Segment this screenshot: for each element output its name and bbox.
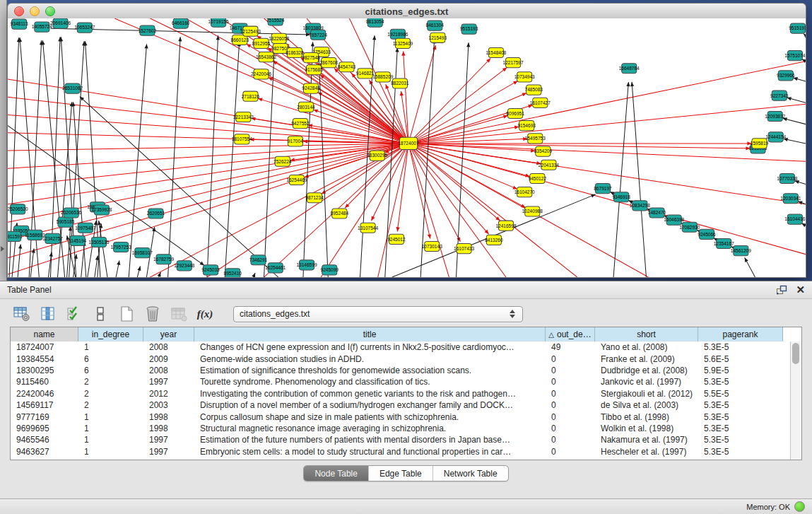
minimize-window-icon[interactable] xyxy=(30,6,40,16)
graph-node-label: 25206520 xyxy=(8,206,28,211)
graph-node-label: 9346918 xyxy=(612,194,630,199)
table-cell: 19384554 xyxy=(11,354,78,364)
column-header-year[interactable]: year xyxy=(143,327,194,341)
select-all-icon[interactable] xyxy=(65,305,83,322)
graph-node-label: 2718126 xyxy=(242,94,260,99)
column-header-title[interactable]: title xyxy=(194,327,546,341)
close-panel-icon[interactable]: ✕ xyxy=(796,285,805,295)
graph-node-label: 17359928 xyxy=(91,207,112,212)
table-cell: 1 xyxy=(78,435,143,445)
column-header-out_de[interactable]: △out_de… xyxy=(546,327,595,341)
table-cell: 2003 xyxy=(143,400,194,410)
float-window-icon[interactable] xyxy=(776,285,787,295)
graph-node-label: 22420046 xyxy=(251,71,271,76)
table-row[interactable]: 911546021997Tourette syndrome. Phenomeno… xyxy=(11,376,791,387)
graph-node-label: 9175685 xyxy=(305,67,323,72)
graph-node-label: 10653247 xyxy=(74,25,95,30)
table-cell: Tourette syndrome. Phenomenology and cla… xyxy=(194,377,546,387)
graph-node-label: 9515191 xyxy=(789,25,806,30)
collapsed-side-panel[interactable] xyxy=(0,0,7,281)
table-cell: 1 xyxy=(78,424,143,433)
show-columns-icon[interactable] xyxy=(39,305,57,322)
table-row[interactable]: 2242004622012Investigating the contribut… xyxy=(11,388,791,399)
table-row[interactable]: 946362711997Embryonic stem cells: a mode… xyxy=(11,446,791,457)
table-cell: Structural magnetic resonance image aver… xyxy=(194,424,546,433)
rows-icon[interactable] xyxy=(91,305,110,322)
table-selector-dropdown[interactable]: citations_edges.txt xyxy=(233,306,523,322)
table-row[interactable]: 1456911722003Disruption of a novel membe… xyxy=(11,399,791,411)
table-cell: 1997 xyxy=(143,447,194,457)
vertical-scrollbar[interactable] xyxy=(790,341,801,460)
table-row[interactable]: 1830029562008Estimation of significance … xyxy=(11,365,791,376)
table-row[interactable]: 1872400712008Changes of HCN gene express… xyxy=(11,341,791,353)
graph-node-label: 20206536 xyxy=(61,210,81,215)
table-cell: 0 xyxy=(546,389,595,399)
table-row[interactable]: 977716911998Corpus callosum shape and si… xyxy=(11,411,791,422)
table-cell: Yano et al. (2008) xyxy=(595,342,698,352)
table-cell: 1 xyxy=(78,342,143,352)
graph-node-label: 9329966 xyxy=(777,73,795,78)
graph-node-label: 9871234 xyxy=(305,195,324,200)
table-selector-value: citations_edges.txt xyxy=(240,309,510,319)
graph-node-label: 9450122 xyxy=(529,176,547,181)
close-window-icon[interactable] xyxy=(14,6,24,16)
graph-node-label: 10734943 xyxy=(514,74,535,79)
table-settings-icon[interactable] xyxy=(13,305,31,322)
table-cell: 9465546 xyxy=(11,435,78,445)
network-canvas[interactable]: 9348113140557242069140610653247152760264… xyxy=(8,18,806,277)
graph-node-label: 8454743 xyxy=(338,64,356,69)
table-cell: 5.5E-5 xyxy=(698,389,783,399)
table-cell: 5.3E-5 xyxy=(698,412,783,422)
table-cell: 5.3E-5 xyxy=(698,447,783,457)
table-cell: 1998 xyxy=(143,412,194,422)
create-column-icon[interactable] xyxy=(117,305,136,322)
graph-node-label: 16782759 xyxy=(153,257,174,262)
tab-network-table[interactable]: Network Table xyxy=(433,466,508,481)
function-builder-icon[interactable]: f(x) xyxy=(196,305,214,322)
graph-node-label: 16046398 xyxy=(664,217,684,222)
zoom-window-icon[interactable] xyxy=(45,6,55,16)
panel-expand-arrow-icon[interactable] xyxy=(1,246,4,252)
table-cell: Estimation of significance thresholds fo… xyxy=(194,366,546,375)
graph-node-label: 10834298 xyxy=(630,203,650,208)
table-cell: 2 xyxy=(78,400,143,410)
table-row[interactable]: 946554611997Estimation of the future num… xyxy=(11,434,791,445)
table-cell: 22420046 xyxy=(11,389,78,399)
graph-node-label: 12923448 xyxy=(174,263,194,268)
table-cell: 9777169 xyxy=(11,412,78,422)
graph-node-label: 7485083 xyxy=(525,87,543,92)
delete-column-icon[interactable] xyxy=(143,305,162,322)
column-header-short[interactable]: short xyxy=(595,327,698,341)
graph-node-label: 14055724 xyxy=(32,24,52,29)
graph-node-label: 8427552 xyxy=(291,121,310,126)
table-cell: 0 xyxy=(546,447,595,457)
graph-node-label: 1145194 xyxy=(69,238,86,243)
tab-edge-table[interactable]: Edge Table xyxy=(368,466,433,481)
table-cell: 5.6E-5 xyxy=(698,354,783,364)
memory-ok-indicator-icon[interactable] xyxy=(794,501,805,512)
table-cell: 2008 xyxy=(143,366,194,375)
table-cell: 6 xyxy=(78,354,143,364)
table-cell: 1997 xyxy=(143,377,194,387)
graph-node-label: 1527602 xyxy=(139,28,157,33)
graph-node-label: 16104270 xyxy=(514,189,535,194)
network-canvas-container: 9348113140557242069140610653247152760264… xyxy=(7,18,806,278)
table-row[interactable]: 969969511998Structural magnetic resonanc… xyxy=(11,423,791,434)
graph-node-label: 2803144 xyxy=(297,105,315,110)
scrollbar-thumb[interactable] xyxy=(792,343,799,364)
graph-node-label: 16107427 xyxy=(530,100,551,105)
tab-node-table[interactable]: Node Table xyxy=(304,466,368,481)
graph-node-label: 10975487 xyxy=(75,226,95,230)
table-cell: 9463627 xyxy=(11,447,78,457)
graph-node-label: 8822031 xyxy=(391,81,409,86)
column-header-name[interactable]: name xyxy=(11,327,78,341)
graph-node-label: 15495753 xyxy=(525,136,546,141)
window-titlebar[interactable]: citations_edges.txt xyxy=(7,3,806,20)
column-header-pagerank[interactable]: pagerank xyxy=(698,327,783,341)
table-header-row: namein_degreeyeartitle△out_de…shortpager… xyxy=(11,327,801,342)
table-row[interactable]: 1938455462009Genome-wide association stu… xyxy=(11,353,791,364)
graph-node-label: 16648784 xyxy=(619,66,640,71)
column-header-in_degree[interactable]: in_degree xyxy=(78,327,143,341)
table-type-tabs: Node TableEdge TableNetwork Table xyxy=(303,465,508,481)
table-cell: Stergiakouli et al. (2012) xyxy=(595,389,698,399)
